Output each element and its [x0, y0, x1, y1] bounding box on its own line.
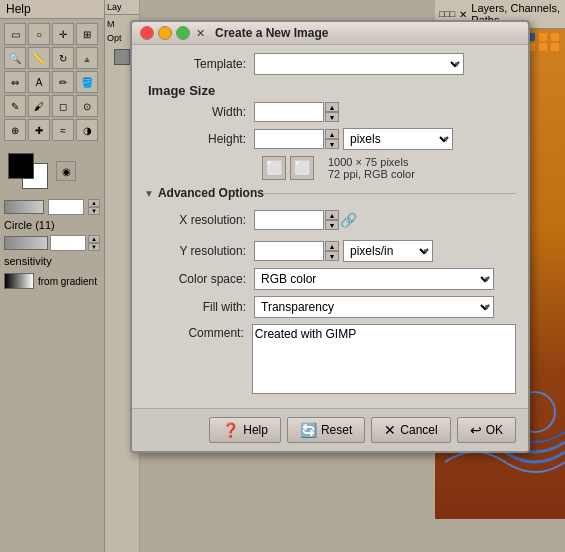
opacity-input[interactable]: 100.0: [48, 199, 84, 215]
x-resolution-label: X resolution:: [144, 213, 254, 227]
width-input[interactable]: 1000: [254, 102, 324, 122]
divider-line: [264, 193, 516, 194]
x-resolution-input[interactable]: 72.000: [254, 210, 324, 230]
fill-with-select[interactable]: Foreground color Background color White …: [254, 296, 494, 318]
height-down-btn[interactable]: ▼: [325, 139, 339, 149]
tool-clone[interactable]: ⊕: [4, 119, 26, 141]
color-space-label: Color space:: [144, 272, 254, 286]
layers-close-btn[interactable]: □□□: [439, 9, 455, 19]
comment-textarea[interactable]: [252, 324, 516, 394]
tool-rotate[interactable]: ↻: [52, 47, 74, 69]
tool-flip[interactable]: ⇔: [4, 71, 26, 93]
info-dimensions: 1000 × 75 pixels: [322, 156, 415, 168]
tool-shear[interactable]: ⟁: [76, 47, 98, 69]
lock-symbol: 🔗: [340, 212, 357, 228]
tool-heal[interactable]: ✚: [28, 119, 50, 141]
toolbar-menu[interactable]: Help: [0, 0, 104, 19]
x-res-down-btn[interactable]: ▼: [325, 220, 339, 230]
help-menu-label[interactable]: Help: [6, 2, 31, 16]
pixels-select[interactable]: pixels inches mm: [343, 128, 453, 150]
quick-mask-icon[interactable]: ◉: [56, 161, 76, 181]
cancel-button[interactable]: ✕ Cancel: [371, 417, 450, 443]
tool-rect-select[interactable]: ▭: [4, 23, 26, 45]
width-spinner-group: 1000 ▲ ▼: [254, 102, 339, 122]
cancel-btn-label: Cancel: [400, 423, 437, 437]
tool-airbrush[interactable]: ⊙: [76, 95, 98, 117]
tool-move[interactable]: ✛: [52, 23, 74, 45]
tool-measure[interactable]: 📏: [28, 47, 50, 69]
template-row: Template:: [144, 53, 516, 75]
tool-dodge[interactable]: ◑: [76, 119, 98, 141]
opacity-up-btn[interactable]: ▲: [88, 199, 100, 207]
dialog-buttons: ❓ Help 🔄 Reset ✕ Cancel ↩ OK: [132, 408, 528, 451]
fg-bg-swatches[interactable]: [8, 153, 48, 189]
template-select-wrapper: [254, 53, 464, 75]
y-res-spinner-btns: ▲ ▼: [325, 241, 339, 261]
template-label: Template:: [144, 57, 254, 71]
brush-size-up-btn[interactable]: ▲: [88, 235, 100, 243]
tool-eraser[interactable]: ◻: [52, 95, 74, 117]
fill-with-select-wrapper: Foreground color Background color White …: [254, 296, 494, 318]
strip-square: [114, 49, 130, 65]
cancel-icon: ✕: [384, 422, 396, 438]
x-res-up-btn[interactable]: ▲: [325, 210, 339, 220]
ok-btn-label: OK: [486, 423, 503, 437]
y-resolution-input[interactable]: 72.000: [254, 241, 324, 261]
tool-paintbrush[interactable]: 🖌: [28, 95, 50, 117]
height-spinner-btns: ▲ ▼: [325, 129, 339, 149]
brush-size-slider[interactable]: [4, 236, 48, 250]
dialog-minimize-btn[interactable]: [158, 26, 172, 40]
dialog-titlebar: ✕ Create a New Image: [132, 22, 528, 45]
toolbar-icons: ▭ ○ ✛ ⊞ 🔍 📏 ↻ ⟁ ⇔ A ✏ 🪣 ✎ 🖌 ◻ ⊙ ⊕ ✚ ≈ ◑: [0, 19, 104, 145]
pixels-select-wrapper: pixels inches mm: [343, 128, 453, 150]
y-res-up-btn[interactable]: ▲: [325, 241, 339, 251]
image-info: 1000 × 75 pixels 72 ppi, RGB color: [322, 156, 415, 180]
brush-size-input[interactable]: 1.00: [50, 235, 86, 251]
color-space-select[interactable]: RGB color Grayscale: [254, 268, 494, 290]
opacity-down-btn[interactable]: ▼: [88, 207, 100, 215]
x-resolution-row: X resolution: 72.000 ▲ ▼ 🔗: [144, 206, 516, 234]
tool-ellipse-select[interactable]: ○: [28, 23, 50, 45]
comment-row: Comment:: [144, 324, 516, 394]
height-input[interactable]: 75: [254, 129, 324, 149]
tool-pencil[interactable]: ✎: [4, 95, 26, 117]
y-resolution-label: Y resolution:: [144, 244, 254, 258]
width-row: Width: 1000 ▲ ▼: [144, 102, 516, 122]
brush-size-down-btn[interactable]: ▼: [88, 243, 100, 251]
advanced-options-toggle[interactable]: ▼: [144, 188, 154, 199]
foreground-swatch[interactable]: [8, 153, 34, 179]
tool-align[interactable]: ⊞: [76, 23, 98, 45]
height-up-btn[interactable]: ▲: [325, 129, 339, 139]
tool-color-picker[interactable]: ✏: [52, 71, 74, 93]
dialog-maximize-btn[interactable]: [176, 26, 190, 40]
dialog-title-icon: ✕: [196, 27, 205, 40]
advanced-options-label[interactable]: Advanced Options: [158, 186, 264, 200]
dialog-close-btn[interactable]: [140, 26, 154, 40]
resolution-unit-select[interactable]: pixels/in pixels/mm: [343, 240, 433, 262]
landscape-btn[interactable]: ⬜: [290, 156, 314, 180]
portrait-btn[interactable]: ⬜: [262, 156, 286, 180]
tool-smudge[interactable]: ≈: [52, 119, 74, 141]
height-spinner-group: 75 ▲ ▼: [254, 129, 339, 149]
ok-button[interactable]: ↩ OK: [457, 417, 516, 443]
fill-with-row: Fill with: Foreground color Background c…: [144, 296, 516, 318]
info-ppi: 72 ppi, RGB color: [322, 168, 415, 180]
y-resolution-row: Y resolution: 72.000 ▲ ▼ pixels/in pixel…: [144, 240, 516, 262]
template-select[interactable]: [254, 53, 464, 75]
color-space-row: Color space: RGB color Grayscale: [144, 268, 516, 290]
unit-wrapper: pixels inches mm: [343, 128, 453, 150]
reset-button[interactable]: 🔄 Reset: [287, 417, 365, 443]
res-unit-select-wrapper: pixels/in pixels/mm: [343, 240, 433, 262]
gradient-preview[interactable]: [4, 273, 34, 289]
y-res-down-btn[interactable]: ▼: [325, 251, 339, 261]
resolution-unit-wrapper: pixels/in pixels/mm: [343, 240, 433, 262]
info-row: ⬜ ⬜ 1000 × 75 pixels 72 ppi, RGB color: [144, 156, 516, 180]
resolution-lock-icon[interactable]: 🔗: [341, 206, 355, 234]
tool-text[interactable]: A: [28, 71, 50, 93]
tool-zoom[interactable]: 🔍: [4, 47, 26, 69]
width-up-btn[interactable]: ▲: [325, 102, 339, 112]
help-button[interactable]: ❓ Help: [209, 417, 281, 443]
width-down-btn[interactable]: ▼: [325, 112, 339, 122]
opacity-slider[interactable]: [4, 200, 44, 214]
tool-bucket[interactable]: 🪣: [76, 71, 98, 93]
